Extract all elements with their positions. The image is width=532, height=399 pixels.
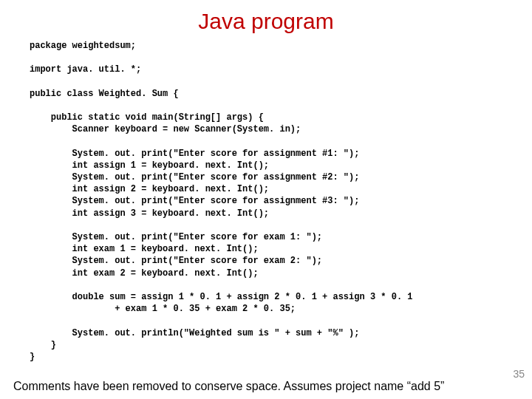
- code-block: package weightedsum; import java. util. …: [30, 40, 532, 363]
- slide-number: 35: [513, 368, 525, 380]
- footer-note: Comments have been removed to conserve s…: [13, 380, 444, 393]
- slide-title: Java program: [0, 9, 532, 34]
